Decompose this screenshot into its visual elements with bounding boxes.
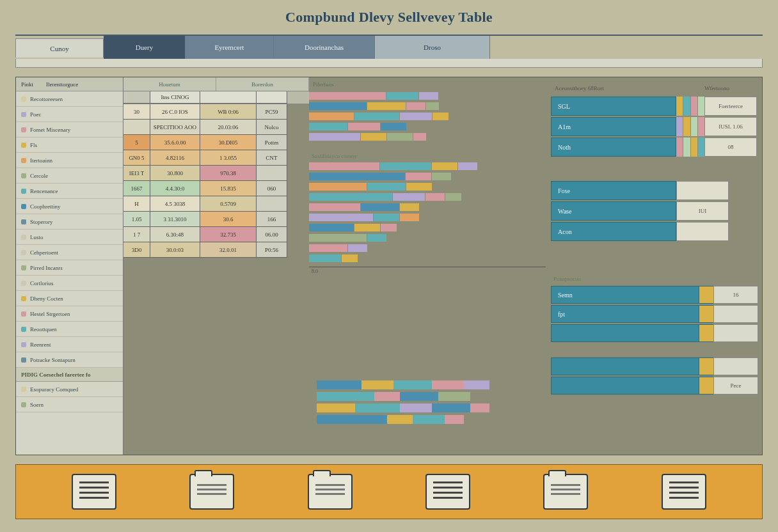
grid-row[interactable]: IEI3 T30.800970.38 bbox=[123, 166, 309, 181]
ruler-strip bbox=[15, 59, 763, 68]
sidebar-item[interactable]: Lusto bbox=[16, 230, 123, 245]
sidebar-item-label: Recottoreesen bbox=[30, 96, 63, 102]
metric-swatches bbox=[676, 97, 704, 116]
sidebar-item[interactable]: Fls bbox=[16, 137, 123, 153]
sidebar-item-label: Reenrent bbox=[30, 341, 51, 348]
panel-row-label bbox=[551, 324, 699, 342]
tab-cunoy[interactable]: Cunoy bbox=[15, 38, 104, 58]
grid-row[interactable]: 16674.4.30:015.835060 bbox=[123, 181, 309, 196]
footer-toolbar bbox=[15, 464, 763, 519]
panel-row[interactable]: fpt bbox=[551, 305, 759, 323]
bar-segment bbox=[445, 193, 461, 201]
grid-cell: Pottm bbox=[257, 135, 287, 150]
bar-segment bbox=[309, 173, 405, 180]
sidebar-item[interactable]: Cehpertoent bbox=[16, 245, 123, 260]
tab-duery[interactable]: Duery bbox=[104, 36, 186, 59]
sidebar-item[interactable]: Recottoreesen bbox=[16, 91, 123, 107]
color-swatch-icon bbox=[21, 204, 26, 209]
grid-row[interactable]: 535.6.0.0030.DI05Pottm bbox=[123, 135, 309, 150]
grid-row[interactable]: H4.5 30380.5709 bbox=[123, 196, 309, 212]
sidebar-item[interactable]: Stoperory bbox=[16, 214, 123, 230]
stack-row bbox=[317, 380, 509, 391]
grid-cell: 30.0:03 bbox=[150, 242, 200, 258]
grid-row[interactable]: SPECITIOO AOO20.03:06Nolco bbox=[123, 120, 309, 135]
sidebar-item[interactable]: Esopuracy Comqued bbox=[16, 382, 123, 397]
sidebar-item[interactable]: Potracke Sontapurn bbox=[16, 352, 123, 368]
folder-icon[interactable] bbox=[543, 474, 588, 510]
metric-row[interactable]: SGLFoerteerce bbox=[551, 97, 759, 116]
grid-row[interactable]: 3D030.0:0332.0.01P0:56 bbox=[123, 242, 309, 258]
sidebar-item[interactable]: Cortlorius bbox=[16, 276, 123, 291]
grid-cell: 32.735 bbox=[200, 227, 257, 242]
bar-segment bbox=[393, 193, 425, 201]
grid-cell bbox=[257, 196, 287, 212]
grid-cell: PC59 bbox=[257, 104, 287, 120]
bar-segment bbox=[433, 113, 449, 120]
grid-cell: SPECITIOO AOO bbox=[150, 120, 200, 135]
metric-row[interactable]: Noth08 bbox=[551, 137, 759, 157]
stack-row bbox=[317, 403, 509, 414]
grid-row[interactable]: GN0 54.821161 3.055CNT bbox=[123, 150, 309, 166]
grid-row[interactable]: 3026 C.0 IOSWB 0:06PC59 bbox=[123, 104, 309, 120]
panel-row[interactable]: Semn16 bbox=[551, 286, 759, 304]
bar-segment bbox=[387, 133, 413, 141]
tab-eyremcert[interactable]: Eyremcert bbox=[186, 36, 274, 59]
bar-segment bbox=[386, 92, 418, 100]
tab-doorinanchas[interactable]: Doorinanchas bbox=[274, 36, 375, 59]
sidebar-item[interactable]: Itertoainn bbox=[16, 153, 123, 168]
sidebar-item[interactable]: Reoottquen bbox=[16, 322, 123, 337]
sidebar-item[interactable]: Dheny Cocten bbox=[16, 291, 123, 306]
bar-segment bbox=[367, 234, 386, 242]
sidebar-item-label: Dheny Cocten bbox=[30, 295, 63, 302]
bar-segment bbox=[432, 380, 464, 389]
bar-segment bbox=[309, 224, 354, 231]
sidebar-item[interactable]: Coophrettiny bbox=[16, 199, 123, 214]
bar-segment bbox=[367, 102, 406, 110]
panel-row-label: fpt bbox=[551, 305, 699, 323]
bar-segment bbox=[387, 415, 413, 424]
panel-row-label: Semn bbox=[551, 286, 699, 304]
sidebar-item[interactable]: Reenrent bbox=[16, 337, 123, 352]
grid-header: Houetum Borerdon bbox=[123, 77, 309, 91]
bar-segment bbox=[309, 183, 367, 191]
folder-icon[interactable] bbox=[189, 474, 234, 510]
metric-row[interactable]: Fose bbox=[551, 181, 759, 200]
grid-row[interactable]: 1 76.30:4832.73506.00 bbox=[123, 227, 309, 242]
sidebar-item[interactable]: Soern bbox=[16, 397, 123, 412]
sidebar-item[interactable]: Pirred Incanrs bbox=[16, 260, 123, 276]
grid-row[interactable]: 1.053 31.301030.6166 bbox=[123, 212, 309, 227]
sidebar-item[interactable]: Poec bbox=[16, 107, 123, 122]
bar-row bbox=[309, 244, 546, 253]
grid-cell: P0:56 bbox=[257, 242, 287, 258]
tab-droso[interactable]: Droso bbox=[375, 36, 490, 59]
metric-row[interactable]: A1mIUSL 1.06 bbox=[551, 117, 759, 136]
metric-row[interactable]: WaseIUI bbox=[551, 201, 759, 221]
grid-cell: 30.6 bbox=[200, 212, 257, 227]
bar-segment bbox=[470, 403, 489, 412]
bar-row bbox=[309, 102, 546, 111]
panel-row[interactable] bbox=[551, 357, 759, 375]
sidebar-item[interactable]: Cercole bbox=[16, 168, 123, 184]
grid-cell: 1.05 bbox=[123, 212, 150, 227]
bar-segment bbox=[432, 403, 470, 412]
color-swatch-icon bbox=[21, 250, 26, 255]
grid-cell: H bbox=[123, 196, 150, 212]
document-icon[interactable] bbox=[662, 474, 706, 510]
sidebar-header: Pinkt Ilerenttorguce bbox=[16, 77, 123, 91]
data-grid: Houetum Borerdon Itns CINOG 3026 C.0 IOS… bbox=[123, 77, 309, 455]
metric-row[interactable]: Acon bbox=[551, 222, 759, 241]
panel-row[interactable] bbox=[551, 324, 759, 342]
bar-segment bbox=[317, 415, 387, 424]
color-swatch-icon bbox=[676, 97, 683, 116]
color-swatch-icon bbox=[21, 281, 26, 286]
sidebar-item[interactable]: Hestel Strgertoen bbox=[16, 306, 123, 322]
sidebar-item[interactable]: Fomet Miscenary bbox=[16, 122, 123, 137]
document-icon[interactable] bbox=[425, 474, 470, 510]
color-swatch-icon bbox=[691, 97, 697, 116]
panel-row[interactable]: Pece bbox=[551, 377, 759, 395]
metric-label: A1m bbox=[551, 117, 676, 136]
folder-icon[interactable] bbox=[308, 474, 353, 510]
bar-segment bbox=[354, 113, 399, 120]
document-icon[interactable] bbox=[72, 474, 116, 510]
sidebar-item[interactable]: Rencenance bbox=[16, 184, 123, 199]
